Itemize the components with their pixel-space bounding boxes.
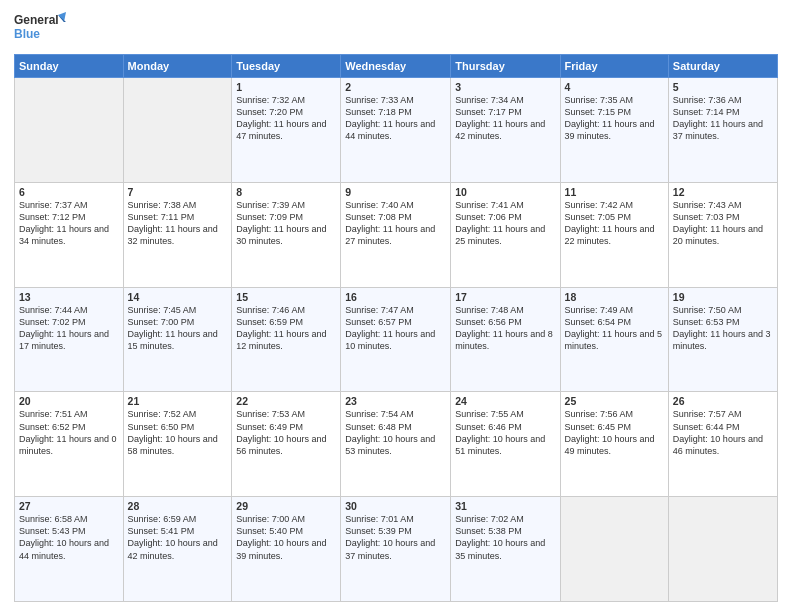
calendar-cell [15,78,124,183]
weekday-header: Saturday [668,55,777,78]
calendar-cell: 20Sunrise: 7:51 AM Sunset: 6:52 PM Dayli… [15,392,124,497]
calendar-week-row: 1Sunrise: 7:32 AM Sunset: 7:20 PM Daylig… [15,78,778,183]
weekday-header: Friday [560,55,668,78]
header-row: SundayMondayTuesdayWednesdayThursdayFrid… [15,55,778,78]
day-info: Sunrise: 7:47 AM Sunset: 6:57 PM Dayligh… [345,304,446,353]
calendar-cell: 14Sunrise: 7:45 AM Sunset: 7:00 PM Dayli… [123,287,232,392]
day-number: 11 [565,186,664,198]
day-number: 6 [19,186,119,198]
day-number: 8 [236,186,336,198]
day-number: 12 [673,186,773,198]
calendar-cell: 25Sunrise: 7:56 AM Sunset: 6:45 PM Dayli… [560,392,668,497]
day-info: Sunrise: 7:40 AM Sunset: 7:08 PM Dayligh… [345,199,446,248]
header: General Blue [14,10,778,46]
calendar-cell: 5Sunrise: 7:36 AM Sunset: 7:14 PM Daylig… [668,78,777,183]
day-number: 15 [236,291,336,303]
calendar-cell: 8Sunrise: 7:39 AM Sunset: 7:09 PM Daylig… [232,182,341,287]
weekday-header: Sunday [15,55,124,78]
calendar-cell: 30Sunrise: 7:01 AM Sunset: 5:39 PM Dayli… [341,497,451,602]
day-info: Sunrise: 7:54 AM Sunset: 6:48 PM Dayligh… [345,408,446,457]
day-number: 21 [128,395,228,407]
calendar-cell: 7Sunrise: 7:38 AM Sunset: 7:11 PM Daylig… [123,182,232,287]
day-number: 4 [565,81,664,93]
day-info: Sunrise: 7:57 AM Sunset: 6:44 PM Dayligh… [673,408,773,457]
day-number: 30 [345,500,446,512]
day-info: Sunrise: 7:41 AM Sunset: 7:06 PM Dayligh… [455,199,555,248]
calendar-cell: 4Sunrise: 7:35 AM Sunset: 7:15 PM Daylig… [560,78,668,183]
calendar-week-row: 27Sunrise: 6:58 AM Sunset: 5:43 PM Dayli… [15,497,778,602]
logo: General Blue [14,10,66,46]
calendar-cell: 18Sunrise: 7:49 AM Sunset: 6:54 PM Dayli… [560,287,668,392]
calendar-week-row: 13Sunrise: 7:44 AM Sunset: 7:02 PM Dayli… [15,287,778,392]
calendar-cell: 28Sunrise: 6:59 AM Sunset: 5:41 PM Dayli… [123,497,232,602]
calendar-week-row: 6Sunrise: 7:37 AM Sunset: 7:12 PM Daylig… [15,182,778,287]
svg-text:Blue: Blue [14,27,40,41]
day-number: 31 [455,500,555,512]
calendar-cell: 1Sunrise: 7:32 AM Sunset: 7:20 PM Daylig… [232,78,341,183]
day-number: 7 [128,186,228,198]
day-number: 13 [19,291,119,303]
weekday-header: Tuesday [232,55,341,78]
day-number: 16 [345,291,446,303]
svg-marker-2 [58,12,66,22]
day-info: Sunrise: 6:58 AM Sunset: 5:43 PM Dayligh… [19,513,119,562]
day-number: 27 [19,500,119,512]
day-number: 1 [236,81,336,93]
day-number: 10 [455,186,555,198]
calendar-cell: 27Sunrise: 6:58 AM Sunset: 5:43 PM Dayli… [15,497,124,602]
weekday-header: Monday [123,55,232,78]
day-number: 14 [128,291,228,303]
calendar-cell: 6Sunrise: 7:37 AM Sunset: 7:12 PM Daylig… [15,182,124,287]
day-info: Sunrise: 7:43 AM Sunset: 7:03 PM Dayligh… [673,199,773,248]
day-info: Sunrise: 7:33 AM Sunset: 7:18 PM Dayligh… [345,94,446,143]
day-number: 3 [455,81,555,93]
svg-text:General: General [14,13,59,27]
calendar-cell [668,497,777,602]
calendar-cell: 29Sunrise: 7:00 AM Sunset: 5:40 PM Dayli… [232,497,341,602]
day-info: Sunrise: 7:02 AM Sunset: 5:38 PM Dayligh… [455,513,555,562]
day-number: 22 [236,395,336,407]
day-number: 23 [345,395,446,407]
calendar-cell: 31Sunrise: 7:02 AM Sunset: 5:38 PM Dayli… [451,497,560,602]
day-info: Sunrise: 7:46 AM Sunset: 6:59 PM Dayligh… [236,304,336,353]
day-info: Sunrise: 7:01 AM Sunset: 5:39 PM Dayligh… [345,513,446,562]
day-info: Sunrise: 7:38 AM Sunset: 7:11 PM Dayligh… [128,199,228,248]
day-info: Sunrise: 7:52 AM Sunset: 6:50 PM Dayligh… [128,408,228,457]
day-number: 9 [345,186,446,198]
day-number: 29 [236,500,336,512]
day-number: 19 [673,291,773,303]
day-info: Sunrise: 7:48 AM Sunset: 6:56 PM Dayligh… [455,304,555,353]
day-info: Sunrise: 7:00 AM Sunset: 5:40 PM Dayligh… [236,513,336,562]
day-info: Sunrise: 7:49 AM Sunset: 6:54 PM Dayligh… [565,304,664,353]
calendar-cell: 13Sunrise: 7:44 AM Sunset: 7:02 PM Dayli… [15,287,124,392]
day-info: Sunrise: 7:53 AM Sunset: 6:49 PM Dayligh… [236,408,336,457]
day-number: 25 [565,395,664,407]
calendar-cell [123,78,232,183]
day-info: Sunrise: 7:37 AM Sunset: 7:12 PM Dayligh… [19,199,119,248]
day-info: Sunrise: 7:34 AM Sunset: 7:17 PM Dayligh… [455,94,555,143]
day-number: 18 [565,291,664,303]
day-info: Sunrise: 7:32 AM Sunset: 7:20 PM Dayligh… [236,94,336,143]
day-number: 17 [455,291,555,303]
day-info: Sunrise: 7:55 AM Sunset: 6:46 PM Dayligh… [455,408,555,457]
calendar-cell: 24Sunrise: 7:55 AM Sunset: 6:46 PM Dayli… [451,392,560,497]
calendar-cell: 9Sunrise: 7:40 AM Sunset: 7:08 PM Daylig… [341,182,451,287]
calendar-week-row: 20Sunrise: 7:51 AM Sunset: 6:52 PM Dayli… [15,392,778,497]
calendar-cell: 19Sunrise: 7:50 AM Sunset: 6:53 PM Dayli… [668,287,777,392]
day-info: Sunrise: 7:39 AM Sunset: 7:09 PM Dayligh… [236,199,336,248]
calendar-cell: 23Sunrise: 7:54 AM Sunset: 6:48 PM Dayli… [341,392,451,497]
calendar-cell: 21Sunrise: 7:52 AM Sunset: 6:50 PM Dayli… [123,392,232,497]
day-info: Sunrise: 7:42 AM Sunset: 7:05 PM Dayligh… [565,199,664,248]
calendar-cell: 2Sunrise: 7:33 AM Sunset: 7:18 PM Daylig… [341,78,451,183]
day-info: Sunrise: 7:35 AM Sunset: 7:15 PM Dayligh… [565,94,664,143]
day-number: 5 [673,81,773,93]
calendar-cell [560,497,668,602]
day-info: Sunrise: 7:51 AM Sunset: 6:52 PM Dayligh… [19,408,119,457]
logo-svg: General Blue [14,10,66,46]
calendar-table: SundayMondayTuesdayWednesdayThursdayFrid… [14,54,778,602]
weekday-header: Wednesday [341,55,451,78]
calendar-cell: 10Sunrise: 7:41 AM Sunset: 7:06 PM Dayli… [451,182,560,287]
day-info: Sunrise: 7:56 AM Sunset: 6:45 PM Dayligh… [565,408,664,457]
day-number: 24 [455,395,555,407]
day-number: 2 [345,81,446,93]
